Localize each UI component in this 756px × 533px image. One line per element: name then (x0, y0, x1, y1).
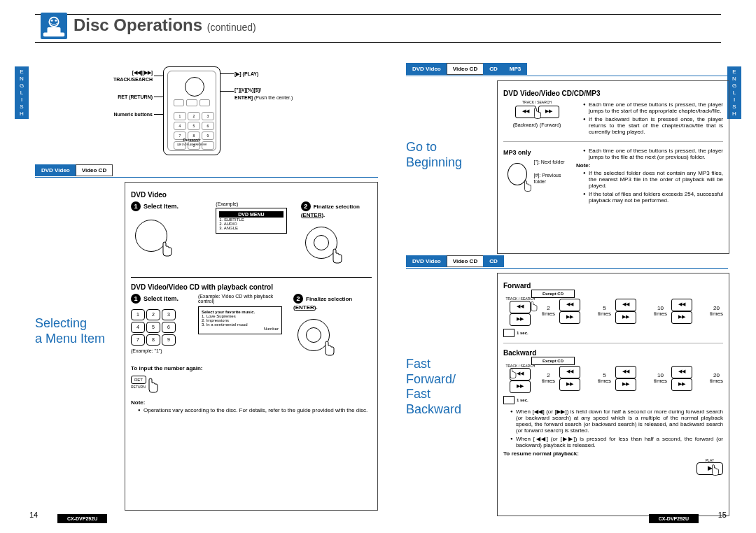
language-tab-right: ENGLISH 6 (727, 66, 741, 119)
left-tabs: DVD Video Video CD (35, 164, 112, 176)
svg-point-3 (55, 20, 57, 22)
selecting-menu-content: DVD Video 1Select Item. (Example) DVD ME… (125, 182, 378, 511)
model-label-left: CX-DVP292U (57, 514, 107, 523)
step-2-icon: 2 (301, 201, 311, 211)
joystick-press-icon-2 (293, 315, 334, 355)
dvd-video-head: DVD Video (131, 191, 372, 199)
joystick-updown-icon (503, 159, 531, 190)
lang-right-num: 6 (727, 120, 741, 127)
remote-brand: PanasonicCAR DVD PLAYER/RECEIVER (168, 138, 216, 146)
title-rule-bottom (35, 42, 721, 43)
dvd-menu-box: DVD MENU 1. SUBTITLE 2. AUDIO 3. ANGLE (216, 208, 286, 234)
title-main: Disc Operations (74, 15, 202, 34)
fast-forward-content: Forward Except CD TRACK / SEARCH ◀◀▶▶ 2t… (497, 273, 729, 516)
page-number-left: 14 (29, 511, 38, 519)
section-go-to-beginning: Go toBeginning (406, 140, 462, 170)
remote-label-track-icon: [◀◀][▶▶] (90, 70, 153, 76)
fwd-track-icon: ▶▶ (510, 313, 531, 326)
tab-video-cd: Video CD (76, 164, 113, 176)
pbc-menu-box: Select your favorite music. 1. Love Supr… (198, 306, 282, 334)
remote-label-dpad: ["][#][%][$]/ (234, 87, 261, 92)
remote-label-num: Numeric buttons (90, 112, 153, 117)
svg-point-2 (51, 20, 53, 22)
step-1-icon: 1 (131, 201, 141, 211)
goto-head: DVD Video/Video CD/CD/MP3 (503, 90, 723, 97)
section-fast-forward-backward: FastForward/FastBackward (406, 357, 461, 417)
remote-label-track: TRACK/SEARCH (90, 77, 153, 82)
page-number-right: 15 (718, 511, 727, 519)
hold-icon (503, 329, 514, 337)
forward-head: Forward (503, 282, 723, 290)
ret-button-diagram: RET RETURN (131, 376, 146, 389)
remote-control-diagram: 1234567890 PanasonicCAR DVD PLAYER/RECEI… (163, 66, 220, 155)
tab-dvd-video: DVD Video (35, 164, 76, 176)
mp3-only-head: MP3 only (503, 149, 570, 156)
example-1-label: (Example: "1") (131, 348, 187, 353)
input-again-label: To input the number again: (131, 365, 372, 371)
section-selecting-menu-item: Selectinga Menu Item (35, 316, 105, 346)
backward-head: Backward (503, 349, 723, 357)
remote-label-ret: RET (RETURN) (90, 94, 153, 99)
remote-dpad-icon (185, 77, 204, 97)
model-label-right: CX-DVP292U (649, 514, 699, 523)
except-cd-bwd: Except CD (531, 357, 575, 365)
language-tab-left: ENGLISH 5 (15, 66, 29, 119)
ff-tabs: DVD Video Video CD CD (406, 255, 503, 267)
svg-rect-5 (43, 33, 64, 37)
pbc-step1: Select Item. (144, 295, 178, 302)
joystick-tilt-icon (131, 215, 172, 256)
remote-label-enter: ENTER] (Push the center.) (234, 95, 293, 100)
numpad-icon: 123456789 (131, 309, 187, 346)
step1-label: Select Item. (144, 203, 178, 210)
title-suffix: (continued) (207, 22, 256, 33)
disc-operations-icon (41, 13, 67, 39)
lang-left-num: 5 (15, 120, 29, 127)
note-text: Operations vary according to the disc. F… (138, 407, 372, 413)
page-title: Disc Operations (continued) (74, 15, 256, 35)
joystick-press-icon (301, 222, 342, 263)
resume-label: To resume normal playback: (503, 450, 723, 457)
except-cd-fwd: Except CD (531, 290, 575, 298)
example-label: (Example) (216, 201, 286, 206)
goto-beginning-content: DVD Video/Video CD/CD/MP3 TRACK / SEARCH… (497, 80, 729, 254)
note-head: Note: (131, 399, 372, 406)
example-pbc-label: (Example: Video CD with playback control… (198, 294, 282, 304)
remote-label-play: [▶] (PLAY) (234, 71, 258, 77)
dvd-pbc-head: DVD Video/Video CD with playback control (131, 283, 372, 291)
goto-tabs: DVD Video Video CD CD MP3 (406, 63, 526, 75)
